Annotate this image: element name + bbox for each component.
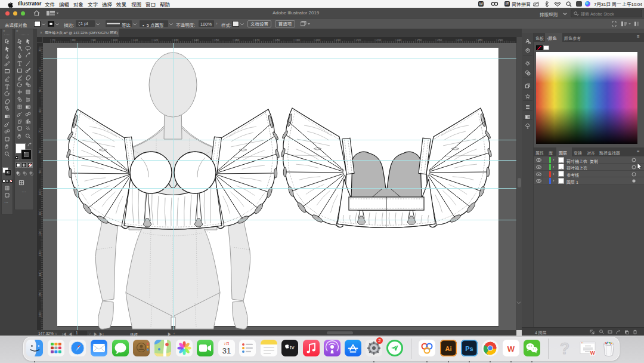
svg-text:Ps: Ps [465,345,473,352]
svg-text:31: 31 [222,346,231,355]
svg-text:50: 50 [38,89,42,93]
svg-text:110: 110 [133,38,138,42]
svg-text:190: 190 [295,38,301,42]
svg-text:70: 70 [52,38,55,42]
svg-text:250: 250 [417,38,422,42]
svg-text:tv: tv [290,344,295,350]
svg-text:W: W [590,350,596,356]
svg-text:120: 120 [153,38,159,42]
svg-text:290: 290 [498,38,503,42]
svg-text:220: 220 [356,38,361,42]
svg-text:40: 40 [38,69,42,72]
svg-text:80: 80 [72,38,76,42]
svg-text:120: 120 [38,231,42,236]
svg-text:270: 270 [457,38,463,42]
svg-text:Ai: Ai [445,345,452,352]
svg-text:110: 110 [38,211,42,216]
svg-text:90: 90 [92,38,96,42]
svg-text:160: 160 [234,38,240,42]
svg-text:280: 280 [478,38,483,42]
svg-text:230: 230 [376,38,382,42]
svg-text:W: W [507,344,515,353]
svg-text:260: 260 [437,38,442,42]
svg-text:?: ? [560,340,570,356]
svg-text:90: 90 [38,170,42,174]
svg-text:180: 180 [275,38,280,42]
svg-text:130: 130 [38,251,42,257]
svg-text:210: 210 [336,38,341,42]
svg-text:60: 60 [38,109,42,113]
svg-text:100: 100 [38,190,42,196]
svg-text:130: 130 [174,38,179,42]
svg-text:170: 170 [255,38,260,42]
svg-text:150: 150 [214,38,219,42]
svg-text:200: 200 [315,38,321,42]
svg-text:240: 240 [397,38,402,42]
svg-text:150: 150 [38,292,42,297]
svg-text:100: 100 [113,38,118,42]
svg-text:80: 80 [38,150,42,153]
svg-text:140: 140 [194,38,199,42]
svg-text:140: 140 [38,272,42,277]
svg-text:70: 70 [38,130,42,133]
svg-text:7月: 7月 [224,341,229,346]
svg-text:30: 30 [38,48,42,52]
svg-text:160: 160 [38,312,42,318]
